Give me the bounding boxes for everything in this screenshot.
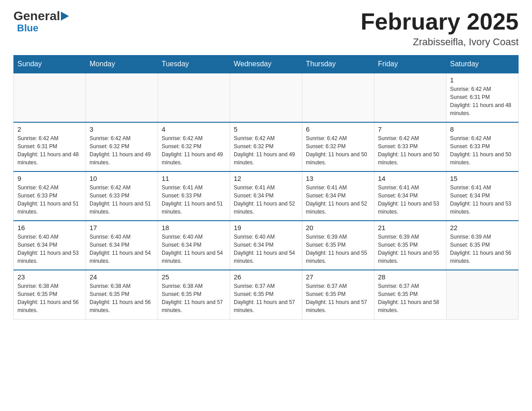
day-header-tuesday: Tuesday bbox=[158, 56, 230, 73]
day-number: 23 bbox=[17, 273, 82, 281]
day-info: Sunrise: 6:41 AMSunset: 6:33 PMDaylight:… bbox=[162, 184, 226, 216]
week-row-1: 1Sunrise: 6:42 AMSunset: 6:31 PMDaylight… bbox=[14, 73, 519, 122]
day-cell: 16Sunrise: 6:40 AMSunset: 6:34 PMDayligh… bbox=[14, 221, 86, 270]
day-header-thursday: Thursday bbox=[302, 56, 374, 73]
day-info: Sunrise: 6:42 AMSunset: 6:32 PMDaylight:… bbox=[90, 134, 154, 167]
day-info: Sunrise: 6:39 AMSunset: 6:35 PMDaylight:… bbox=[378, 233, 442, 265]
day-cell bbox=[302, 73, 374, 122]
day-cell: 14Sunrise: 6:41 AMSunset: 6:34 PMDayligh… bbox=[374, 171, 446, 221]
day-info: Sunrise: 6:39 AMSunset: 6:35 PMDaylight:… bbox=[306, 233, 370, 265]
day-info: Sunrise: 6:37 AMSunset: 6:35 PMDaylight:… bbox=[234, 282, 298, 314]
day-info: Sunrise: 6:42 AMSunset: 6:32 PMDaylight:… bbox=[234, 134, 298, 167]
day-cell bbox=[374, 73, 446, 122]
day-cell: 8Sunrise: 6:42 AMSunset: 6:33 PMDaylight… bbox=[446, 122, 519, 171]
week-row-3: 9Sunrise: 6:42 AMSunset: 6:33 PMDaylight… bbox=[14, 171, 519, 221]
day-header-wednesday: Wednesday bbox=[230, 56, 302, 73]
day-info: Sunrise: 6:40 AMSunset: 6:34 PMDaylight:… bbox=[90, 233, 154, 265]
day-number: 27 bbox=[306, 273, 370, 281]
day-info: Sunrise: 6:38 AMSunset: 6:35 PMDaylight:… bbox=[17, 282, 82, 314]
day-cell: 24Sunrise: 6:38 AMSunset: 6:35 PMDayligh… bbox=[86, 270, 158, 319]
week-row-4: 16Sunrise: 6:40 AMSunset: 6:34 PMDayligh… bbox=[14, 221, 519, 270]
day-number: 25 bbox=[162, 273, 226, 281]
day-number: 17 bbox=[90, 224, 154, 231]
day-info: Sunrise: 6:42 AMSunset: 6:32 PMDaylight:… bbox=[162, 134, 226, 167]
day-number: 26 bbox=[234, 273, 298, 281]
day-cell: 17Sunrise: 6:40 AMSunset: 6:34 PMDayligh… bbox=[86, 221, 158, 270]
day-cell: 9Sunrise: 6:42 AMSunset: 6:33 PMDaylight… bbox=[14, 171, 86, 221]
day-info: Sunrise: 6:41 AMSunset: 6:34 PMDaylight:… bbox=[234, 184, 298, 216]
day-cell: 11Sunrise: 6:41 AMSunset: 6:33 PMDayligh… bbox=[158, 171, 230, 221]
day-number: 2 bbox=[17, 125, 82, 133]
day-info: Sunrise: 6:42 AMSunset: 6:33 PMDaylight:… bbox=[90, 184, 154, 216]
day-cell bbox=[86, 73, 158, 122]
day-number: 20 bbox=[306, 224, 370, 231]
day-info: Sunrise: 6:40 AMSunset: 6:34 PMDaylight:… bbox=[162, 233, 226, 265]
day-cell: 18Sunrise: 6:40 AMSunset: 6:34 PMDayligh… bbox=[158, 221, 230, 270]
day-cell bbox=[14, 73, 86, 122]
title-area: February 2025 Zrabisseifla, Ivory Coast bbox=[360, 9, 519, 48]
day-info: Sunrise: 6:40 AMSunset: 6:34 PMDaylight:… bbox=[17, 233, 82, 265]
day-cell: 15Sunrise: 6:41 AMSunset: 6:34 PMDayligh… bbox=[446, 171, 519, 221]
day-cell: 3Sunrise: 6:42 AMSunset: 6:32 PMDaylight… bbox=[86, 122, 158, 171]
day-cell: 22Sunrise: 6:39 AMSunset: 6:35 PMDayligh… bbox=[446, 221, 519, 270]
day-number: 24 bbox=[90, 273, 154, 281]
day-cell: 12Sunrise: 6:41 AMSunset: 6:34 PMDayligh… bbox=[230, 171, 302, 221]
day-cell: 25Sunrise: 6:38 AMSunset: 6:35 PMDayligh… bbox=[158, 270, 230, 319]
day-number: 14 bbox=[378, 175, 442, 182]
day-cell: 27Sunrise: 6:37 AMSunset: 6:35 PMDayligh… bbox=[302, 270, 374, 319]
day-cell: 28Sunrise: 6:37 AMSunset: 6:35 PMDayligh… bbox=[374, 270, 446, 319]
day-cell: 19Sunrise: 6:40 AMSunset: 6:34 PMDayligh… bbox=[230, 221, 302, 270]
day-cell bbox=[230, 73, 302, 122]
day-header-row: SundayMondayTuesdayWednesdayThursdayFrid… bbox=[14, 56, 519, 73]
day-info: Sunrise: 6:37 AMSunset: 6:35 PMDaylight:… bbox=[306, 282, 370, 314]
day-number: 9 bbox=[17, 175, 82, 182]
day-cell: 10Sunrise: 6:42 AMSunset: 6:33 PMDayligh… bbox=[86, 171, 158, 221]
day-header-friday: Friday bbox=[374, 56, 446, 73]
day-cell: 13Sunrise: 6:41 AMSunset: 6:34 PMDayligh… bbox=[302, 171, 374, 221]
logo-blue-text: Blue bbox=[17, 22, 39, 34]
day-cell bbox=[446, 270, 519, 319]
day-number: 8 bbox=[450, 125, 515, 133]
day-number: 6 bbox=[306, 125, 370, 133]
day-cell: 6Sunrise: 6:42 AMSunset: 6:32 PMDaylight… bbox=[302, 122, 374, 171]
day-cell: 5Sunrise: 6:42 AMSunset: 6:32 PMDaylight… bbox=[230, 122, 302, 171]
week-row-2: 2Sunrise: 6:42 AMSunset: 6:31 PMDaylight… bbox=[14, 122, 519, 171]
svg-marker-0 bbox=[61, 12, 69, 21]
day-info: Sunrise: 6:42 AMSunset: 6:33 PMDaylight:… bbox=[17, 184, 82, 216]
day-info: Sunrise: 6:42 AMSunset: 6:33 PMDaylight:… bbox=[450, 134, 515, 167]
day-number: 18 bbox=[162, 224, 226, 231]
day-number: 19 bbox=[234, 224, 298, 231]
day-number: 7 bbox=[378, 125, 442, 133]
day-number: 10 bbox=[90, 175, 154, 182]
location-title: Zrabisseifla, Ivory Coast bbox=[360, 36, 519, 48]
logo: General bbox=[13, 9, 69, 23]
day-number: 11 bbox=[162, 175, 226, 182]
day-header-saturday: Saturday bbox=[446, 56, 519, 73]
week-row-5: 23Sunrise: 6:38 AMSunset: 6:35 PMDayligh… bbox=[14, 270, 519, 319]
day-number: 12 bbox=[234, 175, 298, 182]
day-number: 4 bbox=[162, 125, 226, 133]
day-info: Sunrise: 6:42 AMSunset: 6:32 PMDaylight:… bbox=[306, 134, 370, 167]
day-info: Sunrise: 6:42 AMSunset: 6:31 PMDaylight:… bbox=[450, 85, 515, 117]
day-cell: 7Sunrise: 6:42 AMSunset: 6:33 PMDaylight… bbox=[374, 122, 446, 171]
month-title: February 2025 bbox=[360, 9, 519, 34]
day-header-sunday: Sunday bbox=[14, 56, 86, 73]
day-cell: 26Sunrise: 6:37 AMSunset: 6:35 PMDayligh… bbox=[230, 270, 302, 319]
day-number: 21 bbox=[378, 224, 442, 231]
calendar-table: SundayMondayTuesdayWednesdayThursdayFrid… bbox=[13, 55, 519, 320]
day-number: 22 bbox=[450, 224, 515, 231]
logo-area: General Blue bbox=[13, 9, 69, 34]
day-number: 13 bbox=[306, 175, 370, 182]
day-cell: 1Sunrise: 6:42 AMSunset: 6:31 PMDaylight… bbox=[446, 73, 519, 122]
day-info: Sunrise: 6:37 AMSunset: 6:35 PMDaylight:… bbox=[378, 282, 442, 314]
day-info: Sunrise: 6:42 AMSunset: 6:31 PMDaylight:… bbox=[17, 134, 82, 167]
day-number: 16 bbox=[17, 224, 82, 231]
day-cell: 20Sunrise: 6:39 AMSunset: 6:35 PMDayligh… bbox=[302, 221, 374, 270]
header: General Blue February 2025 Zrabisseifla,… bbox=[13, 9, 519, 48]
day-number: 15 bbox=[450, 175, 515, 182]
day-cell bbox=[158, 73, 230, 122]
day-info: Sunrise: 6:42 AMSunset: 6:33 PMDaylight:… bbox=[378, 134, 442, 167]
day-header-monday: Monday bbox=[86, 56, 158, 73]
day-cell: 4Sunrise: 6:42 AMSunset: 6:32 PMDaylight… bbox=[158, 122, 230, 171]
day-info: Sunrise: 6:41 AMSunset: 6:34 PMDaylight:… bbox=[378, 184, 442, 216]
